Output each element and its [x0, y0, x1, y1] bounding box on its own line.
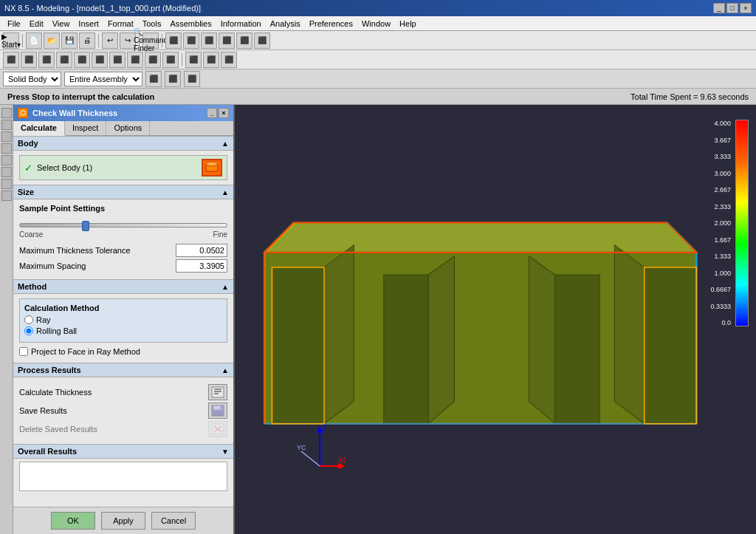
scale-val-8: 1.333	[710, 253, 731, 260]
size-section-arrow[interactable]: ▲	[221, 188, 229, 196]
coarse-fine-slider-thumb[interactable]	[82, 221, 89, 231]
project-to-face-checkbox[interactable]	[19, 347, 28, 356]
minimize-button[interactable]: _	[713, 3, 725, 13]
dialog-minimize-btn[interactable]: _	[207, 108, 217, 118]
side-btn-1[interactable]	[1, 108, 12, 118]
rolling-ball-radio[interactable]	[24, 326, 33, 335]
max-spacing-input[interactable]	[176, 259, 227, 273]
tb2-btn11[interactable]: ⬛	[185, 52, 202, 68]
scale-val-1: 3.667	[710, 137, 731, 144]
menu-help[interactable]: Help	[395, 18, 421, 30]
view-btn2[interactable]: ⬛	[183, 32, 199, 49]
assembly-selector[interactable]: Entire Assembly	[64, 72, 142, 86]
menu-assemblies[interactable]: Assemblies	[165, 18, 216, 30]
menu-information[interactable]: Information	[216, 18, 266, 30]
menu-view[interactable]: View	[48, 18, 75, 30]
tb2-btn3[interactable]: ⬛	[38, 52, 55, 68]
3d-viewport[interactable]: Z XC YC 4.000 3.667 3.333 3.000 2.667 2.…	[235, 105, 756, 534]
print-btn[interactable]: 🖨	[79, 32, 95, 49]
side-btn-7[interactable]	[1, 179, 12, 189]
side-btn-4[interactable]	[1, 143, 12, 154]
view-btn5[interactable]: ⬛	[236, 32, 252, 49]
selector-btn2[interactable]: ⬛	[165, 71, 181, 87]
solid-body-selector[interactable]: Solid Body	[3, 72, 61, 86]
max-spacing-label: Maximum Spacing	[19, 261, 176, 270]
selector-btn1[interactable]: ⬛	[145, 71, 162, 87]
view-btn6[interactable]: ⬛	[254, 32, 270, 49]
tab-calculate[interactable]: Calculate	[13, 121, 65, 136]
tb2-btn13[interactable]: ⬛	[221, 52, 237, 68]
apply-button[interactable]: Apply	[101, 512, 145, 530]
overall-results-section-arrow[interactable]: ▼	[221, 448, 229, 456]
undo-btn[interactable]: ↩	[102, 32, 118, 49]
tb2-btn10[interactable]: ⬛	[162, 52, 179, 68]
menu-analysis[interactable]: Analysis	[266, 18, 305, 30]
tb2-btn5[interactable]: ⬛	[74, 52, 90, 68]
body-section-arrow[interactable]: ▲	[221, 140, 229, 148]
ok-button[interactable]: OK	[51, 512, 95, 530]
delete-saved-results-btn[interactable]	[208, 421, 227, 437]
dialog-icon: ⬡	[18, 108, 28, 118]
process-results-section-arrow[interactable]: ▲	[221, 366, 229, 374]
select-body-label[interactable]: Select Body (1)	[37, 163, 197, 172]
tb2-btn1[interactable]: ⬛	[3, 52, 19, 68]
start-button[interactable]: ▶ Start▾	[3, 32, 19, 49]
tab-options[interactable]: Options	[106, 121, 150, 135]
tb2-btn6[interactable]: ⬛	[92, 52, 108, 68]
menu-window[interactable]: Window	[357, 18, 395, 30]
tb2-btn2[interactable]: ⬛	[21, 52, 37, 68]
scale-val-3: 3.000	[710, 170, 731, 177]
menu-file[interactable]: File	[3, 18, 25, 30]
delete-saved-results-label: Delete Saved Results	[19, 425, 208, 434]
tb2-btn12[interactable]: ⬛	[203, 52, 219, 68]
side-btn-8[interactable]	[1, 191, 12, 201]
view-btn4[interactable]: ⬛	[219, 32, 235, 49]
method-section-arrow[interactable]: ▲	[221, 283, 229, 291]
side-btn-5[interactable]	[1, 155, 12, 165]
view-btn1[interactable]: ⬛	[165, 32, 182, 49]
left-side-strip	[0, 105, 13, 534]
svg-rect-2	[212, 387, 224, 397]
maximize-button[interactable]: □	[726, 3, 738, 13]
max-thickness-tolerance-label: Maximum Thickness Tolerance	[19, 246, 176, 255]
side-btn-3[interactable]	[1, 131, 12, 142]
cancel-button[interactable]: Cancel	[151, 512, 196, 530]
save-btn[interactable]: 💾	[61, 32, 78, 49]
tb2-btn9[interactable]: ⬛	[145, 52, 161, 68]
process-results-section-header: Process Results ▲	[13, 363, 233, 377]
new-btn[interactable]: 📄	[26, 32, 42, 49]
process-results-section-body: Calculate Thickness Save Results	[13, 377, 233, 444]
tab-inspect[interactable]: Inspect	[65, 121, 106, 135]
coarse-label: Coarse	[19, 230, 43, 239]
toolbar-1: ▶ Start▾ 📄 📂 💾 🖨 ↩ ↪ 🔍 Command Finder ⬛ …	[0, 31, 756, 50]
menu-insert[interactable]: Insert	[74, 18, 103, 30]
color-scale-container: 4.000 3.667 3.333 3.000 2.667 2.333 2.00…	[710, 120, 749, 326]
calculate-thickness-btn[interactable]	[208, 384, 227, 400]
dialog-close-btn[interactable]: ×	[219, 108, 229, 118]
menu-edit[interactable]: Edit	[25, 18, 48, 30]
dialog-close-buttons: _ ×	[207, 108, 229, 118]
calculate-thickness-label: Calculate Thickness	[19, 388, 208, 397]
side-btn-6[interactable]	[1, 167, 12, 177]
process-results-section-label: Process Results	[18, 366, 81, 374]
command-finder-btn[interactable]: 🔍 Command Finder	[142, 32, 159, 49]
toolbar-sep-1	[22, 34, 23, 47]
side-btn-2[interactable]	[1, 120, 12, 130]
menu-format[interactable]: Format	[103, 18, 138, 30]
selector-btn3[interactable]: ⬛	[184, 71, 200, 87]
view-btn3[interactable]: ⬛	[201, 32, 217, 49]
open-btn[interactable]: 📂	[44, 32, 60, 49]
tb2-btn8[interactable]: ⬛	[127, 52, 143, 68]
body-section-label: Body	[18, 139, 38, 148]
close-button[interactable]: ×	[740, 3, 752, 13]
tb2-btn7[interactable]: ⬛	[109, 52, 126, 68]
scale-labels: 4.000 3.667 3.333 3.000 2.667 2.333 2.00…	[710, 120, 734, 326]
tb2-btn4[interactable]: ⬛	[56, 52, 72, 68]
ray-radio[interactable]	[24, 315, 33, 324]
menu-preferences[interactable]: Preferences	[305, 18, 357, 30]
svg-marker-23	[529, 256, 554, 424]
save-results-btn[interactable]	[208, 403, 227, 419]
max-thickness-tolerance-input[interactable]	[176, 244, 227, 257]
scale-val-2: 3.333	[710, 153, 731, 160]
svg-marker-21	[428, 256, 454, 424]
